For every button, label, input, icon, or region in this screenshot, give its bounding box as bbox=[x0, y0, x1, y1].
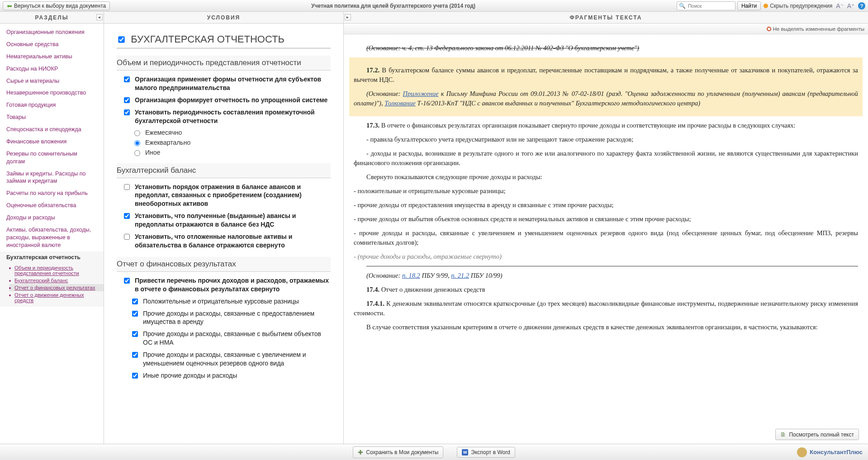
sidebar-subitem[interactable]: Бухгалтерский баланс bbox=[9, 277, 104, 284]
help-icon[interactable]: ? bbox=[858, 2, 865, 9]
suboption-checkbox[interactable] bbox=[132, 311, 138, 317]
link-pbu9[interactable]: п. 18.2 bbox=[402, 272, 420, 279]
option-checkbox[interactable] bbox=[124, 278, 130, 284]
text-line: В случае соответствия указанным критерия… bbox=[354, 322, 858, 332]
text-span: Т-16/2013-КпТ "НДС с авансов выданных и … bbox=[416, 100, 700, 107]
save-button[interactable]: ✚ Сохранить в Мои документы bbox=[353, 446, 443, 458]
header-sections: РАЗДЕЛЫ ◂ bbox=[0, 12, 104, 23]
full-text-wrapper: 🗎 Посмотреть полный текст bbox=[775, 429, 859, 440]
suboption-row: Положительные и отрицательные курсовые р… bbox=[130, 297, 331, 306]
sidebar-item[interactable]: Основные средства bbox=[0, 38, 104, 51]
radio-quarterly[interactable] bbox=[134, 140, 140, 146]
option-label: Организация применяет формы отчетности д… bbox=[135, 75, 331, 92]
sidebar-item[interactable]: Нематериальные активы bbox=[0, 51, 104, 63]
fragments-body[interactable]: (Основание: ч. 4, ст. 13 Федерального за… bbox=[344, 34, 868, 444]
sidebar-item[interactable]: Товары bbox=[0, 111, 104, 123]
full-text-button[interactable]: 🗎 Посмотреть полный текст bbox=[775, 429, 859, 440]
collapse-right-icon[interactable]: ▸ bbox=[345, 14, 351, 20]
conditions-title-text: БУХГАЛТЕРСКАЯ ОТЧЕТНОСТЬ bbox=[131, 33, 285, 45]
sidebar-item[interactable]: Резервы по сомнительным долгам bbox=[0, 148, 104, 168]
collapse-left-icon[interactable]: ◂ bbox=[96, 14, 103, 20]
subsection-volume: Объем и периодичность представления отче… bbox=[117, 56, 331, 71]
fragments-panel: Не выделять измененные фрагменты (Основа… bbox=[344, 24, 868, 444]
text-line: - прочие доходы от предоставления имущес… bbox=[354, 200, 858, 210]
suboption-label: Положительные и отрицательные курсовые р… bbox=[143, 297, 299, 306]
suboption-checkbox[interactable] bbox=[132, 373, 138, 379]
option-row: Установить периодичность составления про… bbox=[122, 108, 331, 125]
header-fragments: ▸ ФРАГМЕНТЫ ТЕКСТА bbox=[344, 12, 868, 23]
subsection-balance: Бухгалтерский баланс bbox=[117, 163, 331, 178]
option-row: Привести перечень прочих доходов и расхо… bbox=[122, 276, 331, 294]
export-word-button[interactable]: W Экспорт в Word bbox=[457, 447, 515, 458]
link-attachment[interactable]: Приложение bbox=[403, 90, 439, 97]
search-box[interactable]: 🔍 bbox=[677, 1, 735, 10]
radio-row: Ежемесячно bbox=[132, 129, 331, 136]
suboption-checkbox[interactable] bbox=[132, 352, 138, 358]
sidebar-item[interactable]: Займы и кредиты. Расходы по займам и кре… bbox=[0, 168, 104, 188]
conditions-title: БУХГАЛТЕРСКАЯ ОТЧЕТНОСТЬ bbox=[117, 33, 331, 48]
export-label: Экспорт в Word bbox=[471, 449, 510, 455]
sidebar-item[interactable]: Незавершенное производство bbox=[0, 87, 104, 99]
sidebar-item[interactable]: Активы, обязательства, доходы, расходы, … bbox=[0, 224, 104, 251]
sidebar-subitem[interactable]: Объем и периодичность представления отче… bbox=[9, 264, 104, 277]
suboption-checkbox[interactable] bbox=[132, 331, 138, 337]
radio-label: Иное bbox=[145, 149, 160, 156]
suboption-row: Прочие доходы и расходы, связанные с пре… bbox=[130, 309, 331, 327]
sidebar-item[interactable]: Готовая продукция bbox=[0, 99, 104, 111]
option-checkbox[interactable] bbox=[124, 76, 130, 82]
radio-group-periodicity: Ежемесячно Ежеквартально Иное bbox=[132, 129, 331, 156]
text-span: В бухгалтерском балансе суммы авансов и … bbox=[354, 66, 858, 83]
fragments-toolbar: Не выделять измененные фрагменты bbox=[344, 24, 868, 34]
radio-monthly[interactable] bbox=[134, 130, 140, 136]
hide-warnings-button[interactable]: Скрыть предупреждения bbox=[764, 3, 832, 9]
link-pbu10[interactable]: п. 21.2 bbox=[451, 272, 469, 279]
sidebar-item[interactable]: Финансовые вложения bbox=[0, 136, 104, 148]
sidebar-item[interactable]: Организационные положения bbox=[0, 26, 104, 38]
option-checkbox[interactable] bbox=[124, 213, 130, 219]
suboption-checkbox[interactable] bbox=[132, 299, 138, 304]
font-increase-icon[interactable]: A⁺ bbox=[847, 2, 854, 9]
conditions-panel: БУХГАЛТЕРСКАЯ ОТЧЕТНОСТЬ Объем и периоди… bbox=[104, 24, 344, 444]
sidebar-item[interactable]: Доходы и расходы bbox=[0, 212, 104, 224]
find-button[interactable]: Найти bbox=[737, 1, 761, 10]
sidebar-item[interactable]: Сырье и материалы bbox=[0, 75, 104, 87]
sidebar-item[interactable]: Расчеты по налогу на прибыль bbox=[0, 187, 104, 199]
subsection-results: Отчет о финансовых результатах bbox=[117, 257, 331, 272]
text-span: ПБУ 9/99, bbox=[420, 272, 451, 279]
option-checkbox[interactable] bbox=[124, 234, 130, 240]
radio-row: Иное bbox=[132, 149, 331, 156]
link-interpretation[interactable]: Толкование bbox=[384, 100, 416, 107]
text-line: 17.2. В бухгалтерском балансе суммы аван… bbox=[354, 66, 858, 85]
header-fragments-label: ФРАГМЕНТЫ ТЕКСТА bbox=[570, 14, 642, 21]
sidebar-item[interactable]: Оценочные обязательства bbox=[0, 199, 104, 212]
option-checkbox[interactable] bbox=[124, 109, 130, 115]
font-decrease-icon[interactable]: A⁻ bbox=[836, 2, 843, 9]
radio-other[interactable] bbox=[134, 150, 140, 156]
top-icons: A⁻ A⁺ ? bbox=[836, 2, 865, 9]
highlighted-block: 17.2. В бухгалтерском балансе суммы аван… bbox=[349, 57, 863, 116]
top-bar: ⬅ Вернуться к выбору вида документа Учет… bbox=[0, 0, 868, 12]
full-text-label: Посмотреть полный текст bbox=[789, 432, 854, 438]
option-checkbox[interactable] bbox=[124, 184, 130, 190]
save-label: Сохранить в Мои документы bbox=[366, 449, 438, 455]
sidebar-item[interactable]: Спецоснастка и спецодежда bbox=[0, 123, 104, 136]
back-button[interactable]: ⬅ Вернуться к выбору вида документа bbox=[3, 1, 110, 10]
option-checkbox[interactable] bbox=[124, 97, 130, 103]
section-checkbox[interactable] bbox=[118, 36, 124, 43]
brand-label: КонсультантПлюс bbox=[810, 449, 863, 455]
option-label: Установить, что полученные (выданные) ав… bbox=[135, 212, 331, 229]
sidebar-item[interactable]: Расходы на НИОКР bbox=[0, 63, 104, 75]
text-line: - прочие доходы и расходы, связанные с у… bbox=[354, 228, 858, 247]
column-headers: РАЗДЕЛЫ ◂ УСЛОВИЯ ▸ ФРАГМЕНТЫ ТЕКСТА bbox=[0, 12, 868, 24]
no-highlight-button[interactable]: Не выделять измененные фрагменты bbox=[773, 26, 864, 32]
brand-logo: КонсультантПлюс bbox=[797, 447, 863, 457]
option-row: Организация применяет формы отчетности д… bbox=[122, 75, 331, 92]
back-label: Вернуться к выбору вида документа bbox=[14, 3, 106, 9]
search-input[interactable] bbox=[687, 3, 730, 9]
sidebar-subitem[interactable]: Отчет о движении денежных средств bbox=[9, 291, 104, 304]
text-span: Отчет о движении денежных средств bbox=[379, 286, 485, 293]
radio-label: Ежеквартально bbox=[145, 139, 190, 146]
sidebar-subitem-selected[interactable]: Отчет о финансовых результатах bbox=[9, 284, 104, 291]
sidebar-item-active[interactable]: Бухгалтерская отчетность bbox=[0, 251, 104, 264]
suboption-row: Прочие доходы и расходы, связанные с выб… bbox=[130, 330, 331, 347]
